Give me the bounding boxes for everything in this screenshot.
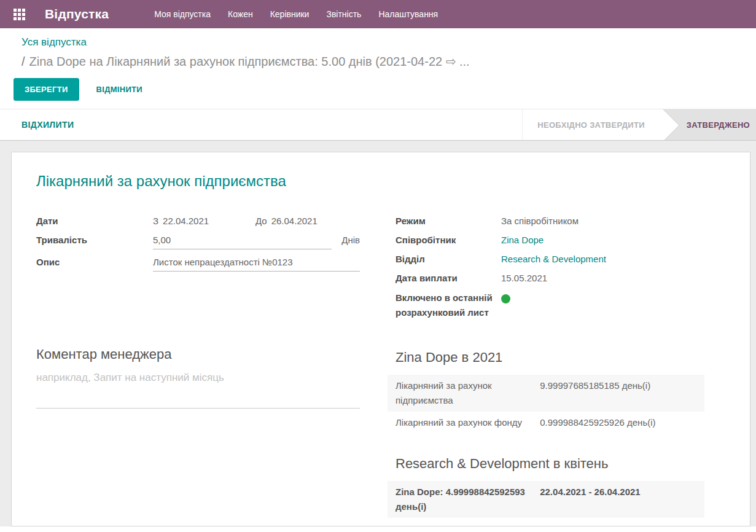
dates-label: Дати [36,214,153,227]
employee-summary-title: Zina Dope в 2021 [396,350,738,366]
manager-comment-section: Коментар менеджера [36,346,360,411]
breadcrumb-current-item: /Zina Dope на Лікарняний за рахунок підп… [21,54,756,69]
leave-type-title: Лікарняний за рахунок підприємства [36,173,738,190]
field-mode: Режим За співробітником [396,214,738,227]
included-in-payslip-indicator [501,294,510,303]
field-description: Опис [36,256,360,272]
manager-comment-title: Коментар менеджера [36,346,360,362]
department-summary-title: Research & Development в квітень [396,456,738,472]
department-summary-table: Zina Dope: 4.99998842592593 день(і) 22.0… [388,481,704,518]
leave-type-cell: Лікарняний за рахунок фонду [396,415,540,430]
table-row: Zina Dope: 4.99998842592593 день(і) 22.0… [388,481,704,518]
apps-grid-icon[interactable] [14,9,25,20]
field-group: Дати З22.04.2021 До26.04.2021 [36,214,738,518]
form-view: Лікарняний за рахунок підприємства Дати … [0,141,756,526]
breadcrumb-parent-link[interactable]: Уся відпустка [21,36,87,49]
statusbar: ВІДХИЛИТИ НЕОБХІДНО ЗАТВЕРДИТИ ЗАТВЕРДЖЕ… [0,109,756,141]
menu-item-reporting[interactable]: Звітність [318,0,370,28]
menu-item-settings[interactable]: Налаштування [370,0,446,28]
breadcrumb-separator: / [21,55,25,68]
date-to-label: До [255,216,267,226]
leave-type-cell: Лікарняний за рахунок підприємства [396,378,540,408]
manager-comment-input[interactable] [36,372,360,409]
included-in-payslip-label: Включено в останній розрахунковий лист [396,291,501,320]
date-from-value[interactable]: 22.04.2021 [163,216,209,226]
department-link[interactable]: Research & Development [501,254,606,264]
status-step-approved-label: ЗАТВЕРДЖЕНО [687,120,750,130]
leave-days-cell: 9.99997685185185 день(і) [540,378,696,408]
right-column: Режим За співробітником Співробітник Zin… [396,214,738,518]
field-employee: Співробітник Zina Dope [396,233,738,246]
duration-label: Тривалість [36,233,153,246]
field-dates: Дати З22.04.2021 До26.04.2021 [36,214,360,227]
employee-label: Співробітник [396,233,501,246]
save-button[interactable]: ЗБЕРЕГТИ [14,78,79,101]
form-sheet: Лікарняний за рахунок підприємства Дати … [11,152,750,526]
employee-summary-table: Лікарняний за рахунок підприємства 9.999… [388,375,704,434]
description-label: Опис [36,256,153,268]
table-row: Лікарняний за рахунок фонду 0.9999884259… [388,412,704,434]
mode-value: За співробітником [501,214,738,227]
table-row: Лікарняний за рахунок підприємства 9.999… [388,375,704,412]
breadcrumb: Уся відпустка /Zina Dope на Лікарняний з… [21,36,756,69]
field-duration: Тривалість Днів [36,233,360,249]
employee-link[interactable]: Zina Dope [501,235,544,245]
payment-date-label: Дата виплати [396,272,501,284]
menu-item-managers[interactable]: Керівники [262,0,318,28]
refuse-button[interactable]: ВІДХИЛИТИ [0,109,95,140]
duration-input[interactable] [153,233,332,249]
control-panel-buttons: ЗБЕРЕГТИ ВІДМІНИТИ [14,78,756,101]
page: Відпустка Моя відпустка Кожен Керівники … [0,0,756,526]
field-included-in-payslip: Включено в останній розрахунковий лист [396,291,738,320]
status-step-to-approve-label: НЕОБХІДНО ЗАТВЕРДИТИ [537,120,644,130]
payment-date-value: 15.05.2021 [501,272,738,284]
date-to-value[interactable]: 26.04.2021 [271,216,318,226]
date-range-cell: 22.04.2021 - 26.04.2021 [540,485,696,514]
top-navbar: Відпустка Моя відпустка Кожен Керівники … [0,0,756,28]
status-step-to-approve[interactable]: НЕОБХІДНО ЗАТВЕРДИТИ [522,109,663,140]
leave-days-cell: 0.999988425925926 день(і) [540,415,696,430]
discard-button[interactable]: ВІДМІНИТИ [88,79,151,100]
left-column: Дати З22.04.2021 До26.04.2021 [36,214,360,518]
field-payment-date: Дата виплати 15.05.2021 [396,272,738,284]
department-summary-section: Research & Development в квітень Zina Do… [396,456,738,518]
department-label: Відділ [396,252,501,265]
menu-item-everyone[interactable]: Кожен [219,0,262,28]
breadcrumb-current-text: Zina Dope на Лікарняний за рахунок підпр… [29,55,470,68]
field-department: Відділ Research & Development [396,252,738,265]
main-menu: Моя відпустка Кожен Керівники Звітність … [146,0,446,28]
status-steps: НЕОБХІДНО ЗАТВЕРДИТИ ЗАТВЕРДЖЕНО [522,109,756,140]
app-title[interactable]: Відпустка [45,7,109,22]
description-input[interactable] [153,256,360,272]
employee-summary-section: Zina Dope в 2021 Лікарняний за рахунок п… [396,350,738,434]
control-panel: Уся відпустка /Zina Dope на Лікарняний з… [0,28,756,101]
mode-label: Режим [396,214,501,227]
menu-item-my-leave[interactable]: Моя відпустка [146,0,219,28]
employee-days-cell: Zina Dope: 4.99998842592593 день(і) [396,485,540,514]
date-from-label: З [153,216,158,226]
duration-unit-label: Днів [341,233,360,246]
